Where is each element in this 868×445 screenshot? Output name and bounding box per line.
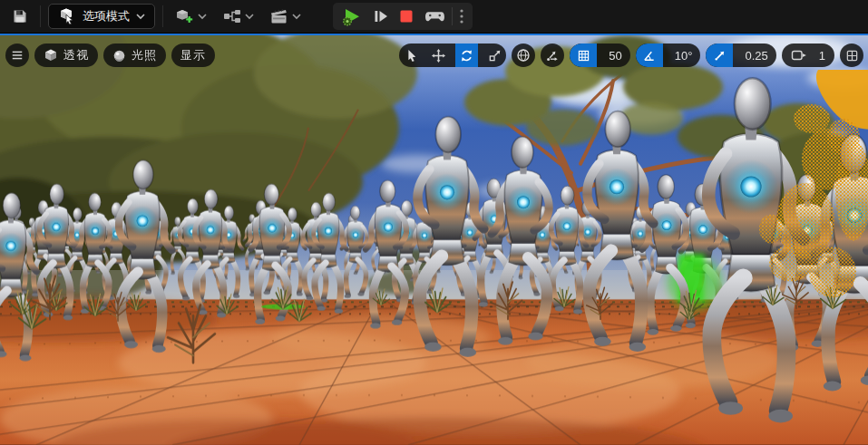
- viewport-options-menu-button[interactable]: [5, 44, 29, 67]
- rotation-snap-control[interactable]: 10°: [636, 44, 701, 67]
- coordinate-system-button[interactable]: [512, 44, 535, 67]
- gamepad-icon: [424, 10, 445, 24]
- grid-snap-toggle[interactable]: [570, 44, 597, 67]
- unreal-editor-window: 选项模式: [0, 0, 868, 445]
- grid-snap-value[interactable]: 50: [602, 49, 621, 63]
- select-cursor-icon: [405, 49, 417, 63]
- scale-snap-value[interactable]: 0.25: [738, 49, 767, 63]
- editor-mode-label: 选项模式: [83, 8, 130, 24]
- selection-cursor-cube-icon: [58, 7, 76, 25]
- blueprints-button[interactable]: [219, 5, 258, 27]
- camera-icon: [791, 49, 807, 62]
- step-frame-icon: [373, 9, 388, 24]
- hamburger-icon: [11, 49, 24, 62]
- floppy-disk-icon: [12, 8, 28, 24]
- toolbar-separator: [162, 5, 163, 27]
- show-flags-label: 显示: [180, 47, 206, 63]
- rotation-snap-value[interactable]: 10°: [668, 49, 693, 63]
- rotate-arrows-icon: [460, 49, 473, 63]
- camera-speed-value[interactable]: 1: [813, 49, 825, 63]
- transform-tools-group: [399, 44, 506, 67]
- chevron-down-icon: [136, 14, 145, 20]
- play-controls-panel: [333, 3, 473, 30]
- rotate-tool-button[interactable]: [455, 44, 478, 67]
- clapperboard-icon: [270, 9, 288, 24]
- chevron-down-icon: [292, 14, 301, 20]
- chevron-down-icon: [245, 14, 254, 20]
- scale-snap-control[interactable]: 0.25: [706, 44, 775, 67]
- play-icon: [341, 7, 362, 26]
- surface-snapping-button[interactable]: [541, 44, 564, 67]
- toolbar-separator: [452, 7, 453, 25]
- scale-snap-toggle[interactable]: [706, 44, 733, 67]
- add-actor-cube-icon: [175, 8, 194, 24]
- grid-icon: [577, 49, 590, 63]
- globe-icon: [516, 48, 531, 63]
- show-flags-dropdown[interactable]: 显示: [171, 44, 215, 67]
- stop-icon: [399, 9, 414, 24]
- frame-skip-button[interactable]: [368, 5, 393, 27]
- viewport-toolbar-right: 50 10° 0.25: [399, 44, 863, 67]
- perspective-dropdown[interactable]: 透视: [34, 44, 98, 67]
- kebab-menu-icon: [459, 8, 464, 24]
- add-actor-button[interactable]: [171, 5, 211, 28]
- snap-arrows-icon: [545, 48, 560, 63]
- eject-possess-button[interactable]: [420, 6, 450, 27]
- diagonal-arrow-icon: [713, 49, 727, 63]
- main-toolbar: 选项模式: [0, 0, 868, 34]
- scale-tool-button[interactable]: [483, 44, 506, 67]
- editor-mode-dropdown[interactable]: 选项模式: [48, 4, 155, 29]
- move-arrows-icon: [432, 49, 445, 63]
- viewport-layout-icon: [845, 49, 859, 63]
- play-options-menu-button[interactable]: [454, 5, 469, 28]
- lit-sphere-icon: [112, 49, 126, 63]
- viewport-layout-button[interactable]: [840, 44, 863, 67]
- select-tool-button[interactable]: [399, 44, 422, 67]
- stop-button[interactable]: [395, 5, 418, 27]
- view-mode-label: 光照: [132, 47, 157, 63]
- viewport-toolbar-left: 透视 光照 显示: [5, 44, 215, 67]
- perspective-label: 透视: [63, 47, 89, 63]
- viewport-3d-scene[interactable]: [0, 35, 868, 445]
- cinematics-button[interactable]: [266, 5, 306, 28]
- play-button[interactable]: [336, 4, 366, 30]
- angle-icon: [642, 49, 656, 63]
- camera-speed-control[interactable]: 1: [782, 44, 834, 67]
- level-viewport[interactable]: 透视 光照 显示: [0, 34, 868, 445]
- scale-arrows-icon: [488, 49, 502, 63]
- view-mode-dropdown[interactable]: 光照: [103, 44, 166, 67]
- toolbar-separator: [40, 5, 41, 27]
- blueprint-nodes-icon: [223, 9, 241, 24]
- grid-snap-control[interactable]: 50: [570, 44, 629, 67]
- rotation-snap-toggle[interactable]: [636, 44, 663, 67]
- save-button[interactable]: [7, 5, 33, 28]
- move-tool-button[interactable]: [427, 44, 450, 67]
- chevron-down-icon: [198, 14, 207, 20]
- perspective-cube-icon: [44, 48, 58, 63]
